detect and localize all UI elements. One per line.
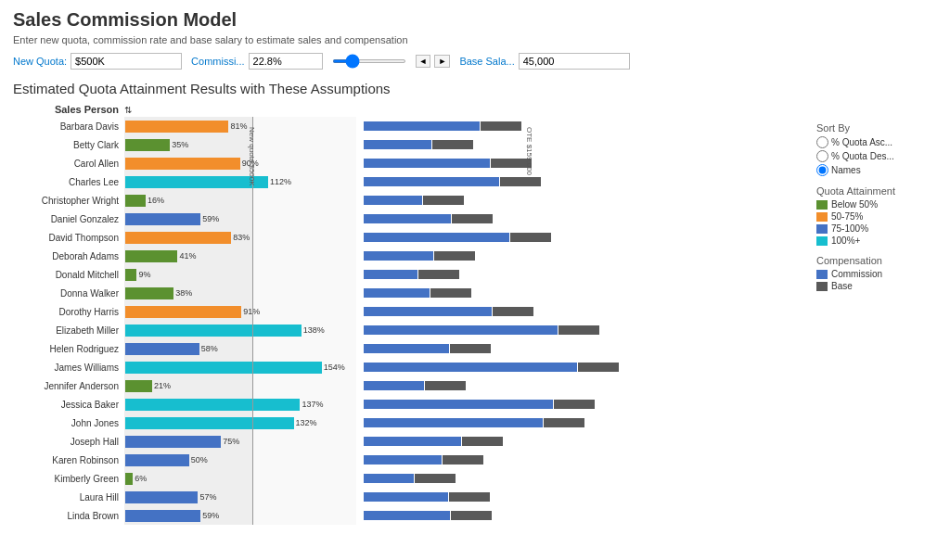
commission-bar: [364, 214, 451, 223]
table-row: Donald Mitchell9%: [13, 265, 807, 284]
legend-100plus: 100%+: [816, 235, 937, 246]
commission-slider[interactable]: [332, 59, 406, 63]
subtitle: Enter new quota, commission rate and bas…: [13, 34, 937, 45]
base-bar: [500, 177, 541, 186]
person-name: John Jones: [13, 418, 124, 428]
commission-bar: [364, 511, 450, 520]
quota-bar: [125, 139, 170, 151]
legend-color-100plus: [816, 236, 828, 246]
table-row: Elizabeth Miller138%: [13, 321, 807, 339]
sort-radio-2[interactable]: [816, 164, 828, 176]
sort-option-1[interactable]: % Quota Des...: [816, 150, 937, 162]
comp-legend-section: Compensation Commission Base: [816, 255, 937, 291]
base-bar: [423, 196, 464, 205]
quota-bar: [125, 176, 268, 188]
legend-75-100: 75-100%: [816, 223, 937, 234]
sort-option-2[interactable]: Names: [816, 164, 937, 176]
page: Sales Commission Model Enter new quota, …: [0, 0, 950, 534]
base-bar: [418, 270, 459, 279]
base-salary-input[interactable]: [519, 53, 630, 70]
commission-bar: [364, 418, 543, 427]
sort-icon[interactable]: ⇅: [124, 105, 139, 115]
legend-below50: Below 50%: [816, 199, 937, 210]
sort-label-2: Names: [831, 165, 861, 175]
commission-bar: [364, 363, 577, 372]
commission-bar: [364, 196, 422, 205]
commission-bar: [364, 121, 480, 131]
quota-bar: [125, 158, 240, 170]
commission-bar: [364, 400, 553, 409]
commission-bar: [364, 437, 461, 446]
table-row: John Jones132%: [13, 414, 807, 432]
person-name: Linda Brown: [13, 511, 124, 521]
quota-control: New Quota:: [13, 53, 182, 70]
base-bar: [452, 214, 493, 223]
base-bar: [578, 363, 619, 372]
base-bar: [558, 325, 599, 335]
commission-bar: [364, 177, 499, 186]
sort-radio-1[interactable]: [816, 150, 828, 162]
base-bar: [415, 474, 456, 483]
table-row: Karen Robinson50%: [13, 451, 807, 469]
table-row: Barbara Davis81%: [13, 117, 807, 135]
table-row: Kimberly Green6%: [13, 469, 807, 488]
controls-bar: New Quota: Commissi... ◄ ► Base Sala...: [13, 53, 937, 70]
commission-input[interactable]: [249, 53, 323, 70]
quota-bar: [125, 454, 189, 466]
sort-by-title: Sort By: [816, 122, 937, 134]
quota-input[interactable]: [71, 53, 182, 70]
quota-bar: [125, 510, 200, 522]
person-name: Elizabeth Miller: [13, 325, 124, 336]
legend-label-commission: Commission: [831, 269, 882, 279]
next-button[interactable]: ►: [434, 55, 450, 68]
base-bar: [434, 251, 475, 261]
table-row: Helen Rodriguez58%: [13, 339, 807, 358]
base-bar: [443, 455, 483, 465]
comp-title: Compensation: [816, 255, 937, 266]
base-bar: [510, 233, 551, 242]
quota-bar: [125, 287, 173, 299]
quota-label: New Quota:: [13, 56, 67, 67]
quota-attainment-title: Quota Attainment: [816, 185, 937, 197]
person-name: Kimberly Green: [13, 474, 124, 484]
base-bar: [481, 121, 521, 131]
legend-label-100plus: 100%+: [831, 235, 860, 246]
chart-area: Sales Person ⇅ Barbara Davis81%Betty Cla…: [13, 104, 807, 525]
table-row: Carol Allen90%: [13, 154, 807, 172]
sort-radio-0[interactable]: [816, 136, 828, 148]
person-name: Dorothy Harris: [13, 307, 124, 317]
base-bar: [430, 288, 471, 298]
commission-bar: [364, 251, 433, 261]
legend-commission: Commission: [816, 269, 937, 279]
base-bar: [451, 511, 492, 520]
table-row: Joseph Hall75%: [13, 432, 807, 451]
base-salary-label: Base Sala...: [459, 56, 514, 67]
person-name: Carol Allen: [13, 159, 124, 169]
base-bar: [544, 418, 584, 427]
commission-bar: [364, 381, 424, 390]
sort-option-0[interactable]: % Quota Asc...: [816, 136, 937, 148]
base-bar: [432, 140, 473, 149]
base-bar: [491, 159, 532, 168]
legend-color-75-100: [816, 224, 828, 234]
base-bar: [449, 492, 490, 502]
quota-bar: [125, 343, 199, 355]
commission-bar: [364, 344, 449, 353]
quota-bar: [125, 417, 294, 429]
table-row: Laura Hill57%: [13, 488, 807, 506]
page-title: Sales Commission Model: [13, 9, 937, 31]
legend-label-base: Base: [831, 281, 853, 291]
quota-bar: [125, 325, 302, 337]
table-row: Christopher Wright16%: [13, 191, 807, 210]
person-name: Daniel Gonzalez: [13, 214, 124, 224]
person-name: Jennifer Anderson: [13, 381, 124, 391]
sort-label-1: % Quota Des...: [831, 151, 894, 161]
quota-bar: [125, 491, 198, 503]
legend-color-commission: [816, 270, 828, 279]
base-bar: [462, 437, 503, 446]
sidebar: Sort By % Quota Asc... % Quota Des... Na…: [807, 104, 937, 525]
col-header-name: Sales Person: [13, 104, 124, 115]
person-name: Deborah Adams: [13, 251, 124, 261]
sort-section: Sort By % Quota Asc... % Quota Des... Na…: [816, 122, 937, 176]
prev-button[interactable]: ◄: [416, 55, 431, 68]
